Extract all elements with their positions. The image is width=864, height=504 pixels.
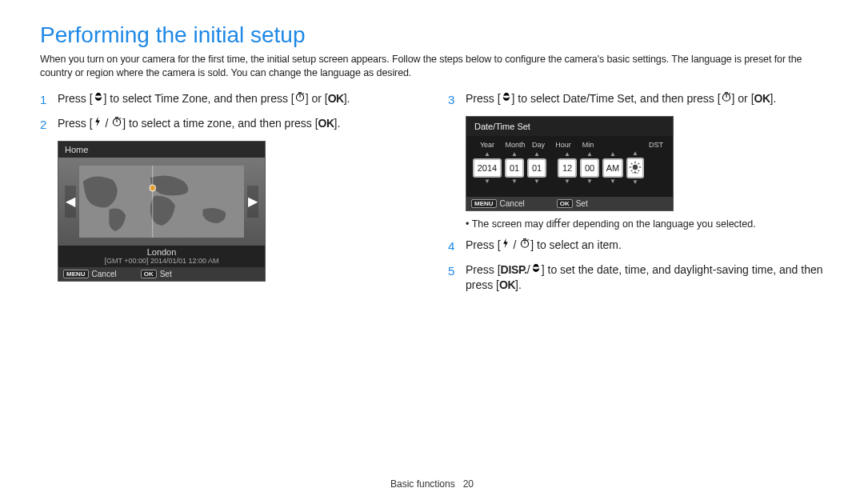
ok-icon: OK (318, 117, 334, 130)
ok-icon: OK (328, 92, 344, 105)
txt: ] to select an item. (530, 238, 622, 251)
tz-left-arrow[interactable]: ◀ (65, 186, 76, 218)
svg-point-15 (633, 165, 638, 170)
step-text: Press [ / ] to select a time zone, and t… (58, 116, 340, 133)
flash-icon (93, 116, 102, 127)
txt: ] to select a time zone, and then press … (122, 117, 318, 130)
year-spinner[interactable]: ▲2014▼ (473, 151, 502, 185)
footer-section: Basic functions (390, 478, 455, 490)
step-3: 3 Press [] to select Date/Time Set, and … (448, 91, 824, 108)
svg-point-10 (150, 185, 155, 191)
flash-icon (501, 238, 510, 249)
cancel-label: Cancel (500, 199, 525, 208)
chevron-up-icon[interactable]: ▲ (534, 151, 540, 158)
step-text: Press [DISP./] to set the date, time, an… (466, 262, 824, 294)
tz-tab-home: Home (58, 142, 265, 158)
val-hour: 12 (558, 158, 577, 178)
menu-badge: MENU (471, 199, 497, 208)
set-label: Set (160, 270, 172, 278)
lbl-min: Min (578, 141, 598, 149)
tz-map: ◀ ▶ (58, 158, 265, 246)
ampm-spinner[interactable]: ▲AM▼ (602, 151, 623, 185)
ok-icon: OK (754, 92, 770, 105)
lbl-hour: Hour (551, 141, 575, 149)
chevron-down-icon[interactable]: ▼ (564, 178, 570, 185)
dt-body: Year Month Day Hour Min DST ▲2014▼ ▲01▼ … (466, 136, 673, 197)
dt-labels: Year Month Day Hour Min DST (473, 141, 666, 149)
tz-footer: MENU Cancel OK Set (58, 267, 265, 281)
page-footer: Basic functions 20 (0, 478, 864, 490)
txt: ] or [ (732, 92, 754, 105)
txt: Press [ (466, 263, 501, 276)
macro-icon (501, 91, 512, 102)
world-map (79, 166, 244, 238)
txt: ] to select Time Zone, and then press [ (104, 92, 294, 105)
month-spinner[interactable]: ▲01▼ (505, 151, 524, 185)
svg-line-14 (729, 93, 730, 94)
txt: ]. (334, 117, 341, 130)
txt: Press [ (58, 117, 93, 130)
svg-line-22 (638, 163, 640, 165)
timezone-screenshot: Home ◀ ▶ London (58, 141, 266, 282)
val-month: 01 (505, 158, 524, 178)
dt-title: Date/Time Set (466, 117, 673, 136)
txt: ]. (344, 92, 350, 105)
left-column: 1 Press [] to select Time Zone, and then… (40, 91, 416, 302)
lbl-year: Year (473, 141, 502, 149)
datetime-screenshot: Date/Time Set Year Month Day Hour Min DS… (466, 116, 674, 211)
svg-text:OFF: OFF (632, 171, 639, 174)
txt: ]. (770, 92, 777, 105)
step-text: Press [] to select Time Zone, and then p… (58, 91, 350, 108)
val-day: 01 (527, 158, 546, 178)
chevron-down-icon[interactable]: ▼ (534, 178, 540, 185)
tz-city: London (58, 246, 265, 257)
chevron-down-icon[interactable]: ▼ (511, 178, 518, 185)
svg-line-3 (302, 93, 303, 94)
chevron-up-icon[interactable]: ▲ (610, 151, 616, 158)
txt: ] or [ (306, 92, 328, 105)
txt: / (510, 238, 520, 251)
step-text: Press [ / ] to select an item. (466, 238, 622, 254)
svg-line-28 (528, 239, 529, 240)
day-spinner[interactable]: ▲01▼ (527, 151, 546, 185)
txt: Press [ (466, 92, 501, 105)
note: • The screen may diﬀer depending on the … (466, 218, 824, 230)
lbl-dst: DST (646, 141, 666, 149)
txt: / (102, 117, 112, 130)
bullet: • (466, 218, 469, 230)
val-year: 2014 (473, 158, 502, 178)
chevron-down-icon[interactable]: ▼ (484, 178, 490, 185)
tz-right-arrow[interactable]: ▶ (247, 186, 258, 218)
chevron-up-icon[interactable]: ▲ (632, 150, 638, 157)
ok-icon: OK (499, 278, 515, 291)
timer-icon (111, 116, 122, 127)
chevron-down-icon[interactable]: ▼ (586, 178, 593, 185)
menu-badge: MENU (63, 270, 89, 278)
hour-spinner[interactable]: ▲12▼ (558, 151, 577, 185)
chevron-down-icon[interactable]: ▼ (632, 179, 638, 186)
dst-icon: OFF (626, 158, 644, 178)
chevron-up-icon[interactable]: ▲ (586, 151, 593, 158)
macro-icon (530, 262, 542, 274)
step-number: 5 (448, 262, 459, 294)
step-number: 3 (448, 91, 459, 108)
val-ampm: AM (602, 158, 623, 178)
page-title: Performing the initial setup (40, 22, 824, 48)
chevron-down-icon[interactable]: ▼ (610, 178, 616, 185)
lbl-day: Day (529, 141, 548, 149)
chevron-up-icon[interactable]: ▲ (511, 151, 518, 158)
timer-icon (721, 91, 732, 102)
lbl-month: Month (505, 141, 526, 149)
svg-line-20 (631, 163, 633, 165)
min-spinner[interactable]: ▲00▼ (580, 151, 599, 185)
step-number: 1 (40, 91, 51, 108)
chevron-up-icon[interactable]: ▲ (564, 151, 570, 158)
macro-icon (93, 91, 104, 102)
two-column-layout: 1 Press [] to select Time Zone, and then… (40, 91, 824, 302)
txt: ] to select Date/Time Set, and then pres… (512, 92, 721, 105)
chevron-up-icon[interactable]: ▲ (484, 151, 490, 158)
dst-toggle[interactable]: ▲ OFF ▼ (626, 150, 644, 186)
ok-badge: OK (557, 199, 573, 208)
txt: ]. (515, 278, 522, 291)
intro-text: When you turn on your camera for the ﬁrs… (40, 53, 824, 80)
